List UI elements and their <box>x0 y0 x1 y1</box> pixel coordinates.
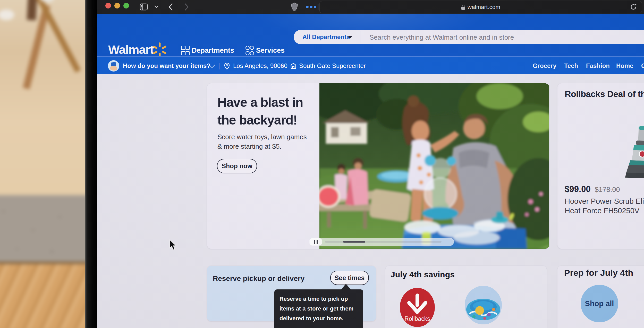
deal-price-row: $99.00 $178.00 <box>565 184 620 194</box>
services-menu[interactable]: Services <box>245 46 285 55</box>
services-label: Services <box>256 47 285 55</box>
july4-title: July 4th savings <box>391 270 455 279</box>
services-grid-icon <box>245 46 253 55</box>
browser-toolbar: walmart.com <box>97 0 644 14</box>
fulfillment-selector[interactable]: How do you want your items? <box>123 57 210 75</box>
july4-savings-card: July 4th savings Rollbacks <box>385 266 547 328</box>
deal-product-name[interactable]: Hoover Power Scrub Elite Pet Heat Force … <box>565 197 644 216</box>
shop-now-button[interactable]: Shop now <box>217 159 257 173</box>
walmart-header: Walmart Departments Services <box>97 14 644 56</box>
dropdown-caret-icon[interactable] <box>348 36 352 39</box>
location-pin-icon <box>224 63 230 70</box>
reload-icon[interactable] <box>630 3 637 11</box>
forward-button[interactable] <box>183 3 190 11</box>
nav-link-grocery[interactable]: Grocery <box>533 57 556 75</box>
fulfillment-chevron-icon[interactable] <box>210 57 214 75</box>
all-departments-dropdown[interactable]: All Departments <box>302 33 350 41</box>
privacy-shield-icon[interactable] <box>291 2 298 12</box>
close-window-button[interactable] <box>105 3 111 8</box>
fullscreen-window-button[interactable] <box>123 3 129 8</box>
search-input[interactable] <box>369 30 628 45</box>
sidebar-chevron-icon[interactable] <box>154 4 159 9</box>
address-bar[interactable]: walmart.com <box>319 1 642 13</box>
fulfillment-subnav: How do you want your items? | Los Angele… <box>97 56 644 75</box>
nav-link-fashion[interactable]: Fashion <box>586 57 610 75</box>
photo-of-laptop-scene: walmart.com Walmart <box>0 0 644 328</box>
price-current: $99.00 <box>565 184 591 194</box>
hero-photo-backyard <box>319 83 549 249</box>
pickup-box-icon <box>108 60 119 72</box>
nav-link-clipped[interactable]: C <box>641 57 644 75</box>
lock-icon <box>461 4 465 10</box>
reserve-tooltip: Reserve a time to pick up items at a sto… <box>274 289 363 328</box>
carousel-progress-handle[interactable] <box>343 241 365 243</box>
nav-link-home[interactable]: Home <box>616 57 633 75</box>
wooden-table <box>0 264 89 328</box>
rollback-arrow-icon: Rollbacks <box>400 288 435 327</box>
blurred-room-background <box>0 0 89 328</box>
rollbacks-deal-card[interactable]: Rollbacks Deal of the day <box>557 83 644 249</box>
departments-menu[interactable]: Departments <box>181 46 234 55</box>
search-bar: All Departments <box>294 30 644 44</box>
carousel-pause-button[interactable] <box>310 238 322 245</box>
prep-title: Prep for July 4th <box>564 268 633 278</box>
kiddie-pool-thumbnail[interactable] <box>465 286 502 324</box>
hero-banner[interactable]: Have a blast in the backyard! Score wate… <box>207 83 549 249</box>
location-text[interactable]: Los Angeles, 90060 <box>233 57 287 75</box>
deal-title: Rollbacks Deal of the day <box>565 89 644 99</box>
laptop-bezel <box>85 0 97 328</box>
departments-grid-icon <box>181 46 189 55</box>
rollbacks-badge[interactable]: Rollbacks <box>400 288 435 327</box>
subnav-divider: | <box>218 57 220 75</box>
carousel-progress-bar[interactable] <box>309 238 454 246</box>
store-name[interactable]: South Gate Supercenter <box>299 57 366 75</box>
rug <box>0 196 89 265</box>
prep-july4-card: Prep for July 4th Shop all <box>557 266 644 328</box>
url-text: walmart.com <box>468 4 500 11</box>
reserve-title: Reserve pickup or delivery <box>213 274 304 283</box>
pause-icon <box>314 240 315 244</box>
hero-title: Have a blast in the backyard! <box>217 94 303 129</box>
walmart-logo[interactable]: Walmart <box>108 42 154 57</box>
hero-subtitle: Score water toys, lawn games & more star… <box>217 132 307 151</box>
price-was: $178.00 <box>595 186 620 194</box>
departments-label: Departments <box>192 47 234 55</box>
carousel-track[interactable] <box>325 241 442 243</box>
shop-all-button[interactable]: Shop all <box>581 285 618 322</box>
walmart-spark-icon <box>152 42 168 58</box>
see-times-button[interactable]: See times <box>330 271 369 285</box>
hoover-carpet-cleaner-image <box>618 108 644 182</box>
minimize-window-button[interactable] <box>114 3 120 8</box>
rollbacks-badge-label: Rollbacks <box>404 315 430 322</box>
kiddie-pool-image <box>465 286 502 324</box>
back-button[interactable] <box>167 3 174 11</box>
sidebar-toggle-icon[interactable] <box>139 2 148 12</box>
mouse-cursor <box>169 239 177 251</box>
nav-link-tech[interactable]: Tech <box>564 57 578 75</box>
store-icon <box>290 63 297 69</box>
page-loading-dots-icon[interactable] <box>305 3 319 11</box>
browser-window: walmart.com Walmart <box>97 0 644 328</box>
